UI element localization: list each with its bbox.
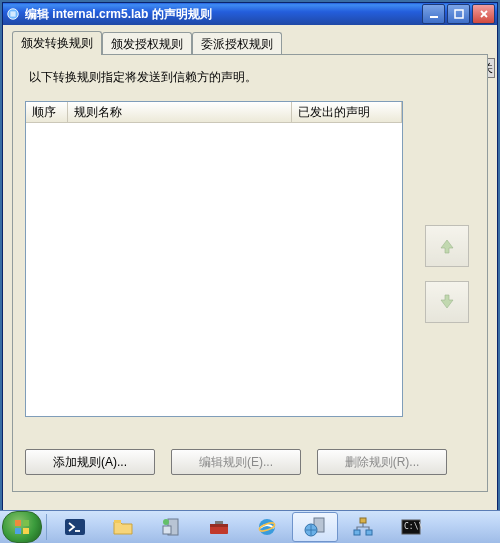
titlebar[interactable]: 编辑 internal.crm5.lab 的声明规则 bbox=[3, 3, 497, 25]
column-order[interactable]: 顺序 bbox=[26, 102, 68, 122]
tab-label: 委派授权规则 bbox=[201, 37, 273, 51]
start-icon bbox=[13, 518, 31, 536]
tab-label: 颁发转换规则 bbox=[21, 36, 93, 50]
taskbar-separator bbox=[46, 514, 47, 540]
taskbar-item-server-manager[interactable] bbox=[148, 512, 194, 542]
window-title: 编辑 internal.crm5.lab 的声明规则 bbox=[25, 6, 422, 23]
svg-rect-13 bbox=[114, 520, 121, 523]
panel-description: 以下转换规则指定将发送到信赖方的声明。 bbox=[29, 69, 475, 86]
taskbar[interactable]: C:\\_ bbox=[0, 510, 500, 543]
column-label: 已发出的声明 bbox=[298, 105, 370, 119]
column-name[interactable]: 规则名称 bbox=[68, 102, 292, 122]
app-icon bbox=[5, 6, 21, 22]
svg-rect-24 bbox=[360, 518, 366, 523]
svg-rect-10 bbox=[23, 528, 29, 534]
delete-rule-button[interactable]: 删除规则(R)... bbox=[317, 449, 447, 475]
svg-rect-3 bbox=[455, 10, 463, 18]
add-rule-button[interactable]: 添加规则(A)... bbox=[25, 449, 155, 475]
adfs-icon bbox=[304, 516, 326, 538]
tab-label: 颁发授权规则 bbox=[111, 37, 183, 51]
taskbar-item-network[interactable] bbox=[340, 512, 386, 542]
button-row: 添加规则(A)... 编辑规则(E)... 删除规则(R)... bbox=[25, 449, 447, 475]
taskbar-item-cmd[interactable]: C:\\_ bbox=[388, 512, 434, 542]
network-icon bbox=[352, 516, 374, 538]
taskbar-item-ie[interactable] bbox=[244, 512, 290, 542]
column-label: 规则名称 bbox=[74, 105, 122, 119]
powershell-icon bbox=[64, 516, 86, 538]
svg-rect-8 bbox=[23, 520, 29, 526]
desktop: 编辑 internal.crm5.lab 的声明规则 颁发转换规则 颁发授权规则… bbox=[0, 0, 500, 543]
tab-strip: 颁发转换规则 颁发授权规则 委派授权规则 bbox=[12, 32, 494, 54]
button-label: 添加规则(A)... bbox=[53, 454, 127, 471]
column-issued[interactable]: 已发出的声明 bbox=[292, 102, 402, 122]
svg-rect-15 bbox=[163, 526, 171, 534]
listview-body[interactable] bbox=[26, 123, 402, 417]
rules-list-container: 顺序 规则名称 已发出的声明 bbox=[25, 101, 403, 417]
cmd-icon: C:\\_ bbox=[400, 516, 422, 538]
svg-rect-25 bbox=[354, 530, 360, 535]
svg-point-16 bbox=[163, 519, 169, 525]
rules-listview[interactable]: 顺序 规则名称 已发出的声明 bbox=[25, 101, 403, 417]
arrow-up-icon bbox=[438, 237, 456, 255]
folder-icon bbox=[112, 516, 134, 538]
button-label: 编辑规则(E)... bbox=[199, 454, 273, 471]
column-label: 顺序 bbox=[32, 105, 56, 119]
move-up-button[interactable] bbox=[425, 225, 469, 267]
edit-rule-button[interactable]: 编辑规则(E)... bbox=[171, 449, 301, 475]
listview-header: 顺序 规则名称 已发出的声明 bbox=[26, 102, 402, 123]
tab-delegation-rules[interactable]: 委派授权规则 bbox=[192, 32, 282, 56]
ie-icon bbox=[256, 516, 278, 538]
tab-transform-rules[interactable]: 颁发转换规则 bbox=[12, 31, 102, 55]
reorder-controls bbox=[425, 225, 469, 323]
move-down-button[interactable] bbox=[425, 281, 469, 323]
svg-rect-7 bbox=[15, 520, 21, 526]
svg-rect-9 bbox=[15, 528, 21, 534]
dialog-window: 编辑 internal.crm5.lab 的声明规则 颁发转换规则 颁发授权规则… bbox=[2, 2, 498, 512]
taskbar-item-toolbox[interactable] bbox=[196, 512, 242, 542]
close-button[interactable] bbox=[472, 4, 495, 24]
svg-text:C:\\_: C:\\_ bbox=[404, 522, 422, 531]
svg-rect-1 bbox=[10, 11, 15, 16]
maximize-button[interactable] bbox=[447, 4, 470, 24]
button-label: 删除规则(R)... bbox=[345, 454, 420, 471]
arrow-down-icon bbox=[438, 293, 456, 311]
minimize-button[interactable] bbox=[422, 4, 445, 24]
taskbar-item-powershell[interactable] bbox=[52, 512, 98, 542]
svg-rect-19 bbox=[215, 521, 223, 524]
tab-authz-rules[interactable]: 颁发授权规则 bbox=[102, 32, 192, 56]
start-button[interactable] bbox=[2, 511, 42, 543]
taskbar-item-adfs[interactable] bbox=[292, 512, 338, 542]
server-manager-icon bbox=[160, 516, 182, 538]
svg-rect-18 bbox=[210, 524, 228, 527]
svg-rect-26 bbox=[366, 530, 372, 535]
toolbox-icon bbox=[208, 516, 230, 538]
svg-rect-2 bbox=[430, 16, 438, 18]
taskbar-item-explorer[interactable] bbox=[100, 512, 146, 542]
client-area: 颁发转换规则 颁发授权规则 委派授权规则 关 以下转换规则指定将发送到信赖方的声… bbox=[6, 26, 494, 508]
window-controls bbox=[422, 4, 495, 24]
tab-panel: 以下转换规则指定将发送到信赖方的声明。 顺序 规则名称 已发出的声明 bbox=[12, 54, 488, 492]
